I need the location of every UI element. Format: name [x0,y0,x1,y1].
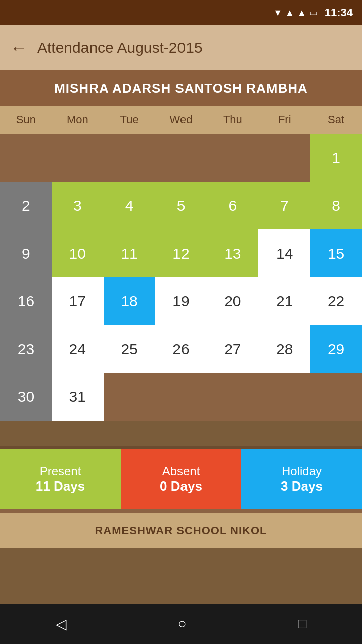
cal-day-5[interactable]: 5 [155,182,207,229]
cal-day-17: 17 [52,277,104,325]
cal-day-22: 22 [310,277,362,325]
day-header-sun: Sun [0,106,52,134]
day-header-wed: Wed [155,106,207,134]
cal-day-7[interactable]: 7 [258,182,310,229]
cal-day-15[interactable]: 15 [310,229,362,277]
nav-home-button[interactable]: ○ [178,616,187,632]
day-header-fri: Fri [258,106,310,134]
absent-days: 0 Days [160,478,202,494]
cal-day-6[interactable]: 6 [207,182,258,229]
summary-present: Present 11 Days [0,449,121,509]
cal-day-29[interactable]: 29 [310,325,362,373]
summary-bar: Present 11 Days Absent 0 Days Holiday 3 … [0,449,362,509]
day-header-mon: Mon [52,106,104,134]
wifi-icon: ▼ [273,8,282,18]
cal-day-27: 27 [207,325,258,373]
bottom-nav: ◁ ○ □ [0,604,362,644]
app-bar: ← Attendance August-2015 [0,25,362,70]
week-5: 23 24 25 26 27 28 29 [0,325,362,373]
week-4: 16 17 18 19 20 21 22 [0,277,362,325]
cal-day-18[interactable]: 18 [104,277,155,325]
cal-day-12[interactable]: 12 [155,229,207,277]
holiday-label: Holiday [282,464,322,478]
cal-day-14: 14 [258,229,310,277]
cal-day-24: 24 [52,325,104,373]
cal-cell [0,134,52,182]
day-header-tue: Tue [104,106,155,134]
cal-cell [258,134,310,182]
battery-icon: ▭ [309,7,318,18]
status-bar: ▼ ▲ ▲ ▭ 11:34 [0,0,362,25]
cal-day-10[interactable]: 10 [52,229,104,277]
spacer-2 [0,509,362,513]
student-name-text: MISHRA ADARSH SANTOSH RAMBHA [54,80,308,96]
cal-day-25: 25 [104,325,155,373]
week-1: 1 [0,134,362,182]
present-days: 11 Days [36,478,85,494]
cal-day-20: 20 [207,277,258,325]
status-icons: ▼ ▲ ▲ ▭ 11:34 [273,6,353,19]
absent-label: Absent [162,464,200,478]
day-header-thu: Thu [207,106,258,134]
cal-day-13[interactable]: 13 [207,229,258,277]
cal-day-4[interactable]: 4 [104,182,155,229]
nav-recent-button[interactable]: □ [298,616,306,632]
status-time: 11:34 [325,6,353,19]
school-name-bar: RAMESHWAR SCHOOL NIKOL [0,513,362,548]
week-3: 9 10 11 12 13 14 15 [0,229,362,277]
cal-cell-empty [104,373,155,421]
holiday-days: 3 Days [281,478,323,494]
day-headers: Sun Mon Tue Wed Thu Fri Sat [0,106,362,134]
school-name-text: RAMESHWAR SCHOOL NIKOL [95,524,267,537]
week-2: 2 3 4 5 6 7 8 [0,182,362,229]
cal-day-8[interactable]: 8 [310,182,362,229]
spacer-1 [0,421,362,446]
bg-filler [0,579,362,604]
cal-day-11[interactable]: 11 [104,229,155,277]
cal-day-26: 26 [155,325,207,373]
day-header-sat: Sat [310,106,362,134]
signal-icon-2: ▲ [297,8,306,18]
cal-cell [155,134,207,182]
cal-day-28: 28 [258,325,310,373]
cal-cell [52,134,104,182]
summary-holiday: Holiday 3 Days [241,449,362,509]
app-title: Attendance August-2015 [37,39,203,56]
cal-cell-empty [207,373,258,421]
back-button[interactable]: ← [10,38,27,58]
cal-day-19: 19 [155,277,207,325]
cal-day-23: 23 [0,325,52,373]
cal-cell [207,134,258,182]
cal-cell-empty [258,373,310,421]
week-6: 30 31 [0,373,362,421]
cal-day-1[interactable]: 1 [310,134,362,182]
cal-cell [104,134,155,182]
calendar: Sun Mon Tue Wed Thu Fri Sat 1 2 3 4 5 6 … [0,106,362,421]
cal-day-16: 16 [0,277,52,325]
cal-day-21: 21 [258,277,310,325]
cal-day-3[interactable]: 3 [52,182,104,229]
cal-day-30: 30 [0,373,52,421]
student-name-bar: MISHRA ADARSH SANTOSH RAMBHA [0,70,362,106]
signal-icon-1: ▲ [285,8,294,18]
present-label: Present [40,464,81,478]
cal-day-31: 31 [52,373,104,421]
cal-cell-empty [310,373,362,421]
cal-cell-empty [155,373,207,421]
nav-back-button[interactable]: ◁ [56,616,67,632]
summary-absent: Absent 0 Days [121,449,241,509]
cal-day-9: 9 [0,229,52,277]
cal-day-2: 2 [0,182,52,229]
